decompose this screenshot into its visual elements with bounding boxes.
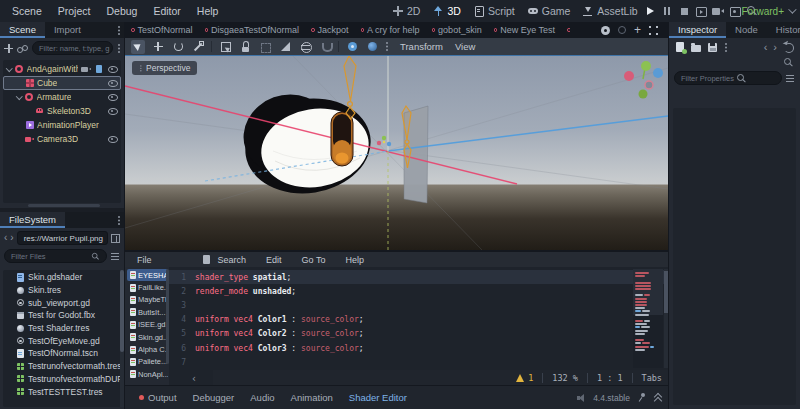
file-list-item[interactable]: TestrunofvectormathDUPE.tr...: [3, 373, 121, 386]
shader-doc-icon[interactable]: [203, 255, 210, 264]
visibility-eye-icon[interactable]: [107, 65, 117, 74]
ruler-tool[interactable]: [278, 40, 292, 54]
shader-code-editor[interactable]: 1shader_type spatial;2render_mode unshad…: [169, 267, 668, 385]
file-filter-input[interactable]: Filter Files: [4, 249, 107, 263]
movie-maker-button[interactable]: [712, 5, 724, 17]
inspector-dock-tab[interactable]: Node: [726, 22, 767, 38]
current-path-field[interactable]: res://Warrior Pupil.png: [17, 231, 108, 245]
tree-row-cube[interactable]: Cube: [3, 76, 121, 90]
code-line[interactable]: 3: [169, 298, 668, 312]
file-list-item[interactable]: sub_viewport.gd: [3, 296, 121, 309]
add-node-button[interactable]: [4, 44, 13, 53]
property-sort-icon[interactable]: [786, 74, 795, 83]
shader-file-item[interactable]: Skin.gd...: [127, 331, 168, 343]
save-resource-icon[interactable]: [708, 43, 717, 52]
instance-scene-button[interactable]: [17, 44, 28, 53]
code-line[interactable]: 5uniform vec4 Color2 : source_color;: [169, 327, 668, 341]
filter-properties-input[interactable]: Filter Properties: [674, 71, 782, 85]
mute-icon[interactable]: [577, 393, 586, 402]
expand-arrow-icon[interactable]: [16, 93, 22, 99]
game-context-button[interactable]: Game: [528, 5, 571, 17]
edit-history-icon[interactable]: [783, 42, 793, 52]
filesystem-dock-tab[interactable]: FileSystem: [0, 212, 65, 228]
inspector-dock-tab[interactable]: History: [767, 22, 800, 38]
history-back-icon[interactable]: ‹: [764, 42, 768, 53]
script-badge-icon[interactable]: [94, 65, 104, 74]
visibility-eye-icon[interactable]: [107, 135, 117, 144]
scale-tool[interactable]: [191, 40, 205, 54]
code-line[interactable]: 4uniform vec4 Color1 : source_color;: [169, 313, 668, 327]
rotate-tool[interactable]: [171, 40, 185, 54]
visibility-eye-icon[interactable]: [107, 79, 117, 88]
menu-item[interactable]: Editor: [145, 5, 188, 17]
pause-button[interactable]: [661, 5, 673, 17]
scene-tab[interactable]: DisgaeaTestOfNormal ×: [199, 22, 306, 38]
scene-tab[interactable]: New Eye Test ×: [488, 22, 561, 38]
file-list-item[interactable]: TestOfEyeMove.gd: [3, 334, 121, 347]
3d-context-button[interactable]: 3D: [433, 5, 460, 17]
property-search-icon[interactable]: [784, 58, 793, 67]
dock-menu-icon[interactable]: [117, 25, 120, 36]
scene-tab[interactable]: AgainAgainAGAIN ×: [561, 22, 570, 38]
select-tool[interactable]: [131, 40, 145, 54]
code-line[interactable]: 2render_mode unshaded;: [169, 284, 668, 298]
scene-tab[interactable]: TestOfNormal ×: [125, 22, 199, 38]
sep-tool[interactable]: [338, 41, 339, 52]
bottom-panel-tab[interactable]: Audio: [242, 392, 282, 403]
distraction-free-icon[interactable]: [649, 26, 658, 35]
menu-item[interactable]: Debug: [98, 5, 145, 17]
3d-viewport[interactable]: Perspective: [125, 55, 668, 250]
viewport-menu[interactable]: View: [449, 41, 481, 52]
code-line[interactable]: 6uniform vec4 Color3 : source_color;: [169, 341, 668, 355]
scene-tab[interactable]: A cry for help ×: [355, 22, 426, 38]
warning-count[interactable]: 1: [528, 373, 533, 383]
dock-menu-icon[interactable]: [117, 215, 120, 226]
menu-item[interactable]: Help: [189, 5, 227, 17]
move-tool[interactable]: [151, 40, 165, 54]
bottom-panel-tab[interactable]: Debugger: [185, 392, 243, 403]
shader-menu-item[interactable]: File: [127, 255, 162, 265]
shader-file-item[interactable]: NonApl...: [127, 368, 168, 380]
file-list-item[interactable]: Testrunofvectormath.tres: [3, 360, 121, 373]
pin-bottom-panel-icon[interactable]: [637, 393, 646, 402]
shader-file-item[interactable]: EYESHA...: [127, 269, 168, 281]
scene-dock-tab[interactable]: Import: [45, 22, 90, 38]
file-list-item[interactable]: TestOfNormal.tscn: [3, 347, 121, 360]
renderer-select[interactable]: Forward+: [741, 0, 794, 22]
shader-menu-item[interactable]: Go To: [292, 255, 336, 265]
env-tool[interactable]: [365, 40, 379, 54]
2d-context-button[interactable]: 2D: [393, 5, 420, 17]
scene-dock-tab[interactable]: Scene: [0, 22, 45, 38]
file-list-scroll-thumb[interactable]: [120, 270, 124, 352]
tree-row-armature[interactable]: Armature: [3, 90, 121, 104]
nav-back-icon[interactable]: ‹: [4, 233, 7, 243]
code-line[interactable]: 7: [169, 355, 668, 369]
scene-tab[interactable]: Jackpot ×: [305, 22, 355, 38]
sep-tool[interactable]: [211, 41, 212, 52]
tree-row-skeleton3d[interactable]: Skeleton3D: [3, 104, 121, 118]
play-custom-scene-button[interactable]: [729, 5, 741, 17]
load-resource-icon[interactable]: [691, 45, 701, 52]
scene-tree-menu-icon[interactable]: [117, 43, 120, 54]
snap-tool[interactable]: [318, 40, 332, 54]
split-view-icon[interactable]: [111, 234, 120, 243]
warning-icon[interactable]: [516, 374, 524, 382]
play-button[interactable]: [644, 5, 656, 17]
tree-row-animationplayer[interactable]: AnimationPlayer: [3, 118, 121, 132]
nav-forward-circle-icon[interactable]: [618, 26, 626, 34]
history-forward-icon[interactable]: ›: [773, 42, 777, 53]
shader-file-item[interactable]: Pallete...: [127, 356, 168, 368]
zoom-level[interactable]: 132 %: [552, 373, 578, 383]
sort-files-icon[interactable]: [111, 252, 120, 261]
perspective-button[interactable]: Perspective: [132, 61, 197, 75]
inspector-dock-tab[interactable]: Inspector: [669, 22, 726, 38]
code-minimap[interactable]: [633, 269, 663, 368]
resource-menu-icon[interactable]: [724, 42, 727, 53]
nav-forward-icon[interactable]: ›: [10, 233, 13, 243]
shader-file-item[interactable]: Alpha C...: [127, 343, 168, 355]
bottom-panel-tab[interactable]: Shader Editor: [341, 392, 415, 403]
menu-item[interactable]: Project: [50, 5, 99, 17]
shader-menu-item[interactable]: Edit: [256, 255, 292, 265]
file-list-item[interactable]: Skin.gdshader: [3, 271, 121, 284]
collapse-file-list-icon[interactable]: ‹: [191, 373, 197, 384]
